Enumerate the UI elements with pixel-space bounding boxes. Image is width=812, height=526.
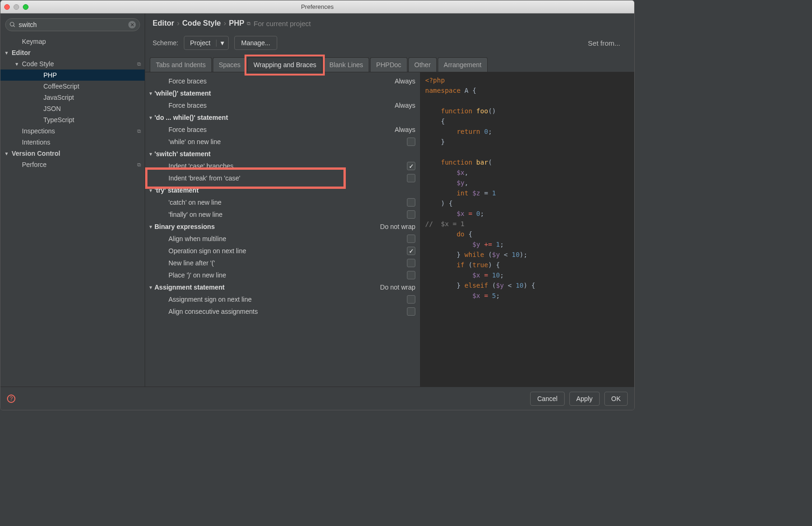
tab-arrangement[interactable]: Arrangement: [438, 57, 488, 72]
option-group[interactable]: ▼'while()' statement: [145, 87, 420, 99]
settings-tree: Keymap▼Editor▼Code Style⧉PHPCoffeeScript…: [0, 34, 145, 387]
checkbox[interactable]: [407, 138, 415, 146]
tab-wrapping-and-braces[interactable]: Wrapping and Braces: [247, 57, 322, 72]
checkbox[interactable]: [407, 271, 415, 279]
manage-button[interactable]: Manage...: [234, 36, 277, 50]
copy-icon: ⧉: [137, 61, 141, 67]
window-title: Preferences: [0, 3, 634, 10]
option-group[interactable]: ▼'switch' statement: [145, 148, 420, 160]
sidebar-item-intentions[interactable]: Intentions: [0, 137, 145, 148]
sidebar-item-editor[interactable]: ▼Editor: [0, 47, 145, 58]
option-row[interactable]: Align consecutive assignments: [145, 305, 420, 318]
sidebar: ✕ Keymap▼Editor▼Code Style⧉PHPCoffeeScri…: [0, 14, 145, 387]
option-row[interactable]: 'while' on new line: [145, 136, 420, 148]
chevron-down-icon: ▼: [216, 40, 228, 47]
expand-arrow-icon: ▼: [147, 224, 154, 229]
expand-arrow-icon: ▼: [147, 91, 154, 96]
project-scope-icon: ⧉: [247, 21, 251, 27]
sidebar-item-coffeescript[interactable]: CoffeeScript: [0, 81, 145, 92]
option-group[interactable]: ▼Assignment statementDo not wrap: [145, 281, 420, 293]
breadcrumb: Editor › Code Style › PHP ⧉ For current …: [145, 14, 634, 29]
svg-line-1: [14, 26, 15, 27]
tab-phpdoc[interactable]: PHPDoc: [370, 57, 407, 72]
tab-tabs-and-indents[interactable]: Tabs and Indents: [150, 57, 212, 72]
clear-search-icon[interactable]: ✕: [128, 21, 136, 28]
checkbox[interactable]: [407, 295, 415, 304]
option-row[interactable]: New line after '(': [145, 257, 420, 269]
checkbox[interactable]: [407, 162, 415, 170]
expand-arrow-icon: ▼: [147, 152, 154, 157]
option-group[interactable]: ▼'do ... while()' statement: [145, 111, 420, 124]
main-panel: Editor › Code Style › PHP ⧉ For current …: [145, 14, 634, 387]
titlebar: Preferences: [0, 0, 634, 14]
checkbox[interactable]: [407, 259, 415, 267]
tab-other[interactable]: Other: [408, 57, 437, 72]
expand-arrow-icon: ▼: [4, 151, 11, 156]
expand-arrow-icon: ▼: [14, 62, 21, 67]
option-row[interactable]: Indent 'case' branches: [145, 160, 420, 172]
scheme-dropdown[interactable]: Project ▼: [184, 36, 229, 50]
checkbox[interactable]: [407, 198, 415, 207]
option-row[interactable]: 'finally' on new line: [145, 208, 420, 221]
code-preview: <?php namespace A { function foo() { ret…: [420, 72, 634, 387]
tab-blank-lines[interactable]: Blank Lines: [323, 57, 369, 72]
option-row[interactable]: Place ')' on new line: [145, 269, 420, 281]
help-icon[interactable]: ?: [7, 394, 15, 403]
search-field[interactable]: [16, 21, 128, 28]
option-row[interactable]: Align when multiline: [145, 233, 420, 245]
option-row[interactable]: Assignment sign on next line: [145, 293, 420, 305]
option-row[interactable]: 'catch' on new line: [145, 196, 420, 208]
sidebar-item-php[interactable]: PHP: [0, 69, 145, 81]
option-group[interactable]: ▼Binary expressionsDo not wrap: [145, 221, 420, 233]
tab-spaces[interactable]: Spaces: [213, 57, 247, 72]
option-row[interactable]: Operation sign on next line: [145, 245, 420, 257]
ok-button[interactable]: OK: [604, 392, 628, 406]
expand-arrow-icon: ▼: [147, 115, 154, 120]
scheme-label: Scheme:: [153, 39, 178, 47]
sidebar-item-json[interactable]: JSON: [0, 103, 145, 114]
copy-icon: ⧉: [137, 162, 141, 168]
checkbox[interactable]: [407, 174, 415, 182]
expand-arrow-icon: ▼: [147, 188, 154, 193]
option-group[interactable]: ▼'try' statement: [145, 184, 420, 196]
expand-arrow-icon: ▼: [4, 50, 11, 55]
search-icon: [9, 21, 16, 28]
tabs: Tabs and IndentsSpacesWrapping and Brace…: [145, 55, 634, 72]
cancel-button[interactable]: Cancel: [530, 392, 565, 406]
expand-arrow-icon: ▼: [147, 285, 154, 290]
sidebar-item-inspections[interactable]: Inspections⧉: [0, 125, 145, 137]
option-row[interactable]: Indent 'break' from 'case': [145, 172, 420, 184]
checkbox[interactable]: [407, 210, 415, 219]
option-row[interactable]: Force bracesAlways: [145, 75, 420, 87]
options-panel: Force bracesAlways▼'while()' statementFo…: [145, 72, 420, 387]
copy-icon: ⧉: [137, 128, 141, 134]
option-row[interactable]: Force bracesAlways: [145, 124, 420, 136]
sidebar-item-perforce[interactable]: Perforce⧉: [0, 159, 145, 170]
sidebar-item-javascript[interactable]: JavaScript: [0, 92, 145, 103]
svg-point-0: [10, 22, 14, 26]
sidebar-item-typescript[interactable]: TypeScript: [0, 114, 145, 125]
sidebar-item-keymap[interactable]: Keymap: [0, 36, 145, 47]
search-input[interactable]: ✕: [5, 18, 140, 31]
footer: ? Cancel Apply OK: [0, 387, 634, 410]
option-row[interactable]: Force bracesAlways: [145, 99, 420, 111]
checkbox[interactable]: [407, 247, 415, 255]
checkbox[interactable]: [407, 235, 415, 243]
apply-button[interactable]: Apply: [569, 392, 600, 406]
sidebar-item-code-style[interactable]: ▼Code Style⧉: [0, 58, 145, 69]
checkbox[interactable]: [407, 307, 415, 316]
sidebar-item-version-control[interactable]: ▼Version Control: [0, 148, 145, 159]
set-from-link[interactable]: Set from...: [588, 39, 627, 47]
